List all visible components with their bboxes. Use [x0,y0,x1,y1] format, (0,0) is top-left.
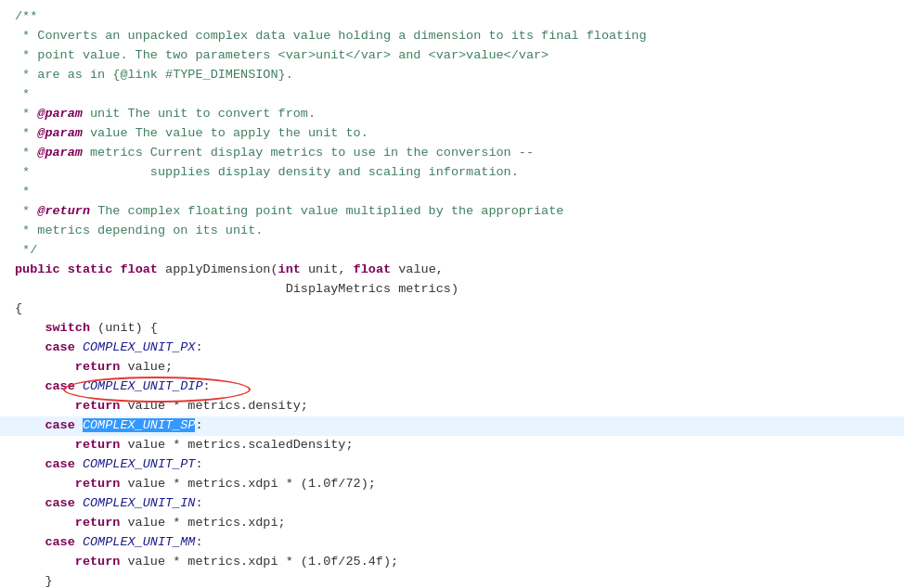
code-text-15: DisplayMetrics metrics) [15,280,889,300]
code-line-5: * [0,85,904,105]
code-line-11: * @return The complex floating point val… [0,202,904,222]
code-text-8: * @param metrics Current display metrics… [15,144,889,163]
code-text-10: * [15,183,889,202]
code-text-28: case COMPLEX_UNIT_MM: [15,533,889,553]
code-line-28: case COMPLEX_UNIT_MM: [0,533,904,553]
code-line-14: public static float applyDimension(int u… [0,261,904,280]
code-line-10: * [0,183,904,202]
code-text-13: */ [15,241,889,261]
code-line-4: * are as in {@link #TYPE_DIMENSION}. [0,66,904,85]
code-line-20: case COMPLEX_UNIT_DIP: [0,377,904,397]
code-line-9: * supplies display density and scaling i… [0,163,904,183]
code-line-18: case COMPLEX_UNIT_PX: [0,339,904,358]
code-line-13: */ [0,241,904,261]
code-text-24: case COMPLEX_UNIT_PT: [15,455,889,475]
code-line-7: * @param value The value to apply the un… [0,124,904,144]
code-line-12: * metrics depending on its unit. [0,222,904,241]
code-line-19: return value; [0,358,904,377]
code-text-3: * point value. The two parameters <var>u… [15,46,889,66]
code-text-25: return value * metrics.xdpi * (1.0f/72); [15,475,889,494]
code-line-6: * @param unit The unit to convert from. [0,105,904,124]
code-line-21: return value * metrics.density; [0,397,904,416]
code-line-22: case COMPLEX_UNIT_SP: [0,416,904,436]
code-text-19: return value; [15,358,889,377]
code-text-2: * Converts an unpacked complex data valu… [15,27,889,46]
code-text-14: public static float applyDimension(int u… [15,261,889,280]
code-text-20: case COMPLEX_UNIT_DIP: [15,377,889,397]
code-line-1: /** [0,7,904,27]
code-text-12: * metrics depending on its unit. [15,222,889,241]
code-text-1: /** [15,7,889,27]
code-line-15: DisplayMetrics metrics) [0,280,904,300]
code-text-26: case COMPLEX_UNIT_IN: [15,494,889,514]
code-line-16: { [0,300,904,319]
code-text-22: case COMPLEX_UNIT_SP: [15,416,889,436]
code-text-5: * [15,85,889,105]
code-text-16: { [15,300,889,319]
code-line-26: case COMPLEX_UNIT_IN: [0,494,904,514]
code-text-17: switch (unit) { [15,319,889,339]
code-text-23: return value * metrics.scaledDensity; [15,436,889,455]
code-line-3: * point value. The two parameters <var>u… [0,46,904,66]
code-text-6: * @param unit The unit to convert from. [15,105,889,124]
code-text-9: * supplies display density and scaling i… [15,163,889,183]
code-line-29: return value * metrics.xdpi * (1.0f/25.4… [0,553,904,572]
code-container: /** * Converts an unpacked complex data … [0,0,904,588]
code-line-24: case COMPLEX_UNIT_PT: [0,455,904,475]
code-text-30: } [15,572,889,588]
code-line-30: } [0,572,904,588]
code-text-4: * are as in {@link #TYPE_DIMENSION}. [15,66,889,85]
code-line-17: switch (unit) { [0,319,904,339]
code-text-21: return value * metrics.density; [15,397,889,416]
code-text-27: return value * metrics.xdpi; [15,514,889,533]
code-line-25: return value * metrics.xdpi * (1.0f/72); [0,475,904,494]
code-line-8: * @param metrics Current display metrics… [0,144,904,163]
code-line-27: return value * metrics.xdpi; [0,514,904,533]
code-text-18: case COMPLEX_UNIT_PX: [15,339,889,358]
code-line-23: return value * metrics.scaledDensity; [0,436,904,455]
code-text-7: * @param value The value to apply the un… [15,124,889,144]
code-line-2: * Converts an unpacked complex data valu… [0,27,904,46]
code-text-29: return value * metrics.xdpi * (1.0f/25.4… [15,553,889,572]
code-text-11: * @return The complex floating point val… [15,202,889,222]
